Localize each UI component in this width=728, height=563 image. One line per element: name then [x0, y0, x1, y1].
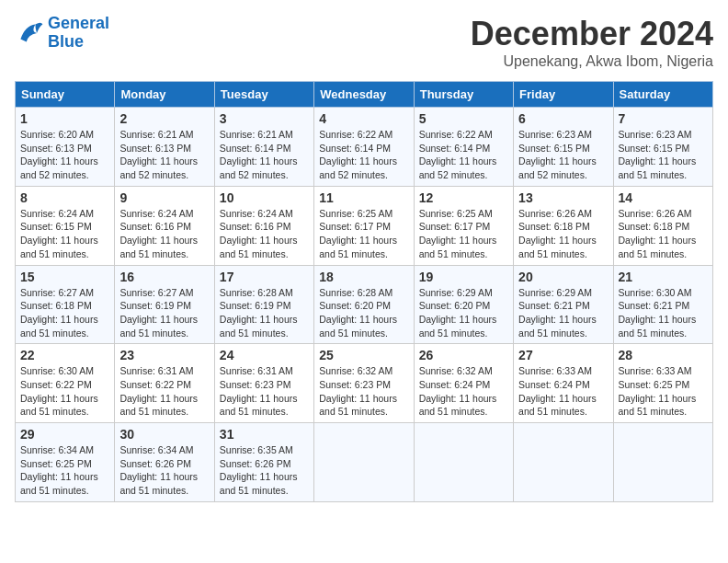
calendar-cell: 28Sunrise: 6:33 AMSunset: 6:25 PMDayligh…: [613, 344, 712, 423]
calendar-cell: 12Sunrise: 6:25 AMSunset: 6:17 PMDayligh…: [414, 186, 513, 265]
day-number: 20: [518, 270, 608, 284]
logo: General Blue: [15, 15, 109, 52]
day-header-wednesday: Wednesday: [314, 82, 414, 108]
calendar-cell: 21Sunrise: 6:30 AMSunset: 6:21 PMDayligh…: [613, 265, 712, 344]
location: Upenekang, Akwa Ibom, Nigeria: [471, 53, 713, 70]
calendar-cell: 11Sunrise: 6:25 AMSunset: 6:17 PMDayligh…: [314, 186, 414, 265]
cell-info: Sunrise: 6:24 AMSunset: 6:16 PMDaylight:…: [119, 207, 209, 261]
cell-info: Sunrise: 6:33 AMSunset: 6:24 PMDaylight:…: [518, 364, 608, 419]
calendar-cell: 17Sunrise: 6:28 AMSunset: 6:19 PMDayligh…: [214, 265, 313, 344]
cell-info: Sunrise: 6:22 AMSunset: 6:14 PMDaylight:…: [319, 128, 408, 182]
day-number: 10: [220, 190, 309, 205]
day-number: 19: [419, 270, 508, 284]
cell-info: Sunrise: 6:24 AMSunset: 6:15 PMDaylight:…: [20, 207, 109, 261]
calendar-cell: 4Sunrise: 6:22 AMSunset: 6:14 PMDaylight…: [314, 108, 414, 187]
logo-icon: [15, 18, 44, 48]
calendar-cell: 16Sunrise: 6:27 AMSunset: 6:19 PMDayligh…: [115, 265, 214, 344]
cell-info: Sunrise: 6:23 AMSunset: 6:15 PMDaylight:…: [518, 128, 608, 182]
day-number: 29: [20, 427, 109, 442]
calendar-cell: 8Sunrise: 6:24 AMSunset: 6:15 PMDaylight…: [16, 186, 115, 265]
day-number: 15: [20, 270, 109, 284]
calendar-cell: 1Sunrise: 6:20 AMSunset: 6:13 PMDaylight…: [16, 108, 115, 187]
cell-info: Sunrise: 6:30 AMSunset: 6:21 PMDaylight:…: [619, 286, 708, 340]
cell-info: Sunrise: 6:26 AMSunset: 6:18 PMDaylight:…: [518, 207, 608, 261]
day-number: 12: [419, 190, 508, 205]
cell-info: Sunrise: 6:27 AMSunset: 6:18 PMDaylight:…: [20, 286, 109, 340]
calendar-cell: [514, 423, 613, 502]
day-number: 24: [220, 348, 309, 362]
title-block: December 2024 Upenekang, Akwa Ibom, Nige…: [471, 15, 713, 70]
cell-info: Sunrise: 6:25 AMSunset: 6:17 PMDaylight:…: [319, 207, 408, 261]
cell-info: Sunrise: 6:22 AMSunset: 6:14 PMDaylight:…: [419, 128, 508, 182]
calendar-cell: 5Sunrise: 6:22 AMSunset: 6:14 PMDaylight…: [414, 108, 513, 187]
cell-info: Sunrise: 6:30 AMSunset: 6:22 PMDaylight:…: [20, 364, 109, 419]
calendar-cell: 15Sunrise: 6:27 AMSunset: 6:18 PMDayligh…: [16, 265, 115, 344]
calendar-cell: 7Sunrise: 6:23 AMSunset: 6:15 PMDaylight…: [613, 108, 712, 187]
day-number: 8: [20, 190, 109, 205]
cell-info: Sunrise: 6:21 AMSunset: 6:13 PMDaylight:…: [119, 128, 209, 182]
cell-info: Sunrise: 6:32 AMSunset: 6:24 PMDaylight:…: [419, 364, 508, 419]
calendar-cell: 31Sunrise: 6:35 AMSunset: 6:26 PMDayligh…: [214, 423, 313, 502]
cell-info: Sunrise: 6:34 AMSunset: 6:25 PMDaylight:…: [20, 443, 109, 498]
cell-info: Sunrise: 6:28 AMSunset: 6:20 PMDaylight:…: [319, 286, 408, 340]
day-number: 30: [119, 427, 209, 442]
day-number: 1: [20, 111, 109, 126]
day-header-saturday: Saturday: [613, 82, 712, 108]
calendar-cell: 18Sunrise: 6:28 AMSunset: 6:20 PMDayligh…: [314, 265, 414, 344]
day-number: 23: [119, 348, 209, 362]
calendar-cell: 23Sunrise: 6:31 AMSunset: 6:22 PMDayligh…: [115, 344, 214, 423]
day-header-monday: Monday: [115, 82, 214, 108]
cell-info: Sunrise: 6:27 AMSunset: 6:19 PMDaylight:…: [119, 286, 209, 340]
cell-info: Sunrise: 6:35 AMSunset: 6:26 PMDaylight:…: [220, 443, 309, 498]
calendar-table: SundayMondayTuesdayWednesdayThursdayFrid…: [15, 81, 713, 502]
logo-text: General Blue: [48, 15, 109, 52]
calendar-cell: [613, 423, 712, 502]
day-number: 14: [619, 190, 708, 205]
day-number: 25: [319, 348, 408, 362]
day-number: 16: [119, 270, 209, 284]
day-header-sunday: Sunday: [16, 82, 115, 108]
day-number: 3: [220, 111, 309, 126]
calendar-cell: 2Sunrise: 6:21 AMSunset: 6:13 PMDaylight…: [115, 108, 214, 187]
day-number: 26: [419, 348, 508, 362]
day-number: 31: [220, 427, 309, 442]
calendar-cell: 19Sunrise: 6:29 AMSunset: 6:20 PMDayligh…: [414, 265, 513, 344]
day-number: 7: [619, 111, 708, 126]
day-number: 6: [518, 111, 608, 126]
cell-info: Sunrise: 6:26 AMSunset: 6:18 PMDaylight:…: [619, 207, 708, 261]
calendar-cell: 20Sunrise: 6:29 AMSunset: 6:21 PMDayligh…: [514, 265, 613, 344]
month-title: December 2024: [471, 15, 713, 53]
calendar-cell: 22Sunrise: 6:30 AMSunset: 6:22 PMDayligh…: [16, 344, 115, 423]
day-number: 28: [619, 348, 708, 362]
calendar-cell: [314, 423, 414, 502]
cell-info: Sunrise: 6:25 AMSunset: 6:17 PMDaylight:…: [419, 207, 508, 261]
cell-info: Sunrise: 6:34 AMSunset: 6:26 PMDaylight:…: [119, 443, 209, 498]
calendar-cell: 30Sunrise: 6:34 AMSunset: 6:26 PMDayligh…: [115, 423, 214, 502]
calendar-cell: [414, 423, 513, 502]
day-number: 17: [220, 270, 309, 284]
day-number: 21: [619, 270, 708, 284]
calendar-week-row: 15Sunrise: 6:27 AMSunset: 6:18 PMDayligh…: [16, 265, 713, 344]
calendar-cell: 13Sunrise: 6:26 AMSunset: 6:18 PMDayligh…: [514, 186, 613, 265]
cell-info: Sunrise: 6:23 AMSunset: 6:15 PMDaylight:…: [619, 128, 708, 182]
cell-info: Sunrise: 6:29 AMSunset: 6:20 PMDaylight:…: [419, 286, 508, 340]
day-header-thursday: Thursday: [414, 82, 513, 108]
page-header: General Blue December 2024 Upenekang, Ak…: [15, 15, 713, 70]
day-number: 22: [20, 348, 109, 362]
calendar-cell: 14Sunrise: 6:26 AMSunset: 6:18 PMDayligh…: [613, 186, 712, 265]
day-number: 27: [518, 348, 608, 362]
cell-info: Sunrise: 6:24 AMSunset: 6:16 PMDaylight:…: [220, 207, 309, 261]
day-number: 2: [119, 111, 209, 126]
calendar-cell: 10Sunrise: 6:24 AMSunset: 6:16 PMDayligh…: [214, 186, 313, 265]
day-number: 13: [518, 190, 608, 205]
calendar-body: 1Sunrise: 6:20 AMSunset: 6:13 PMDaylight…: [16, 108, 713, 502]
calendar-cell: 3Sunrise: 6:21 AMSunset: 6:14 PMDaylight…: [214, 108, 313, 187]
calendar-week-row: 8Sunrise: 6:24 AMSunset: 6:15 PMDaylight…: [16, 186, 713, 265]
calendar-cell: 9Sunrise: 6:24 AMSunset: 6:16 PMDaylight…: [115, 186, 214, 265]
calendar-week-row: 29Sunrise: 6:34 AMSunset: 6:25 PMDayligh…: [16, 423, 713, 502]
calendar-week-row: 22Sunrise: 6:30 AMSunset: 6:22 PMDayligh…: [16, 344, 713, 423]
day-number: 4: [319, 111, 408, 126]
calendar-cell: 26Sunrise: 6:32 AMSunset: 6:24 PMDayligh…: [414, 344, 513, 423]
calendar-cell: 6Sunrise: 6:23 AMSunset: 6:15 PMDaylight…: [514, 108, 613, 187]
day-header-tuesday: Tuesday: [214, 82, 313, 108]
